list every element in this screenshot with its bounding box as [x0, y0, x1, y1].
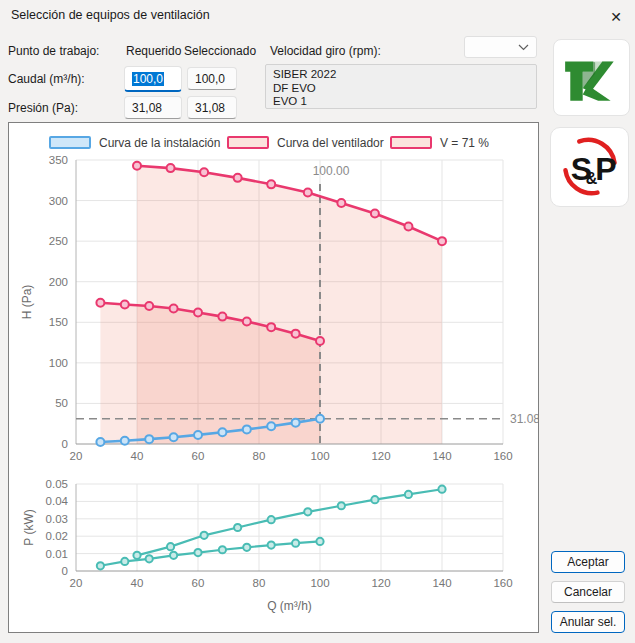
selected-equipment-info: SIBER 2022 DF EVO EVO 1: [265, 64, 537, 109]
svg-text:100: 100: [310, 577, 329, 589]
clear-selection-button[interactable]: Anular sel.: [551, 611, 625, 633]
close-icon: ✕: [610, 9, 622, 25]
svg-text:0.01: 0.01: [46, 548, 68, 560]
rpm-select[interactable]: [464, 36, 537, 58]
svg-text:140: 140: [432, 577, 451, 589]
svg-text:250: 250: [49, 235, 68, 247]
svg-text:120: 120: [371, 577, 390, 589]
legend-fan-curve: Curva del ventilador: [227, 134, 384, 151]
equipment-line-model: EVO 1: [273, 95, 529, 109]
svg-text:100: 100: [310, 450, 329, 462]
svg-text:40: 40: [131, 450, 144, 462]
tk-logo: [553, 39, 630, 116]
fan-curve-swatch: [227, 136, 269, 149]
pressure-required-input[interactable]: 31,08: [124, 96, 182, 119]
svg-text:160: 160: [493, 577, 512, 589]
svg-text:20: 20: [70, 577, 83, 589]
pressure-label: Presión (Pa):: [8, 101, 78, 115]
pressure-required-value: 31,08: [132, 101, 162, 115]
svg-text:20: 20: [70, 450, 83, 462]
power-curve-chart: 2040608010012014016000.010.020.030.040.0…: [9, 473, 538, 633]
svg-text:0.05: 0.05: [46, 478, 68, 490]
svg-text:Q (m³/h): Q (m³/h): [267, 599, 312, 613]
svg-text:100.00: 100.00: [313, 164, 350, 178]
selected-column-label: Seleccionado: [184, 44, 256, 58]
close-button[interactable]: ✕: [603, 5, 629, 29]
tk-logo-icon: [561, 47, 623, 109]
equipment-line-series: DF EVO: [273, 82, 529, 96]
legend-speed-percent: V = 71 %: [390, 134, 489, 151]
chevron-down-icon: [518, 44, 529, 51]
svg-text:300: 300: [49, 195, 68, 207]
svg-text:50: 50: [55, 397, 68, 409]
svg-text:100: 100: [49, 357, 68, 369]
fan-curve-chart: 2040608010012014016005010015020025030035…: [9, 151, 538, 473]
speed-percent-swatch: [390, 136, 432, 149]
svg-text:150: 150: [49, 316, 68, 328]
flow-selected-value: 100,0: [195, 72, 225, 86]
flow-label: Caudal (m³/h):: [8, 72, 85, 86]
svg-text:P (kW): P (kW): [22, 509, 36, 545]
svg-text:P: P: [595, 151, 616, 187]
svg-text:80: 80: [253, 577, 266, 589]
equipment-line-brand: SIBER 2022: [273, 68, 529, 82]
svg-text:140: 140: [432, 450, 451, 462]
svg-text:120: 120: [371, 450, 390, 462]
chart-panel: Curva de la instalación Curva del ventil…: [8, 122, 539, 633]
required-column-label: Requerido: [126, 44, 181, 58]
window-title: Selección de equipos de ventilación: [11, 8, 210, 22]
svg-text:31.08: 31.08: [510, 412, 538, 426]
svg-text:60: 60: [192, 450, 205, 462]
installation-curve-swatch: [49, 136, 91, 149]
svg-text:0.04: 0.04: [46, 495, 69, 507]
pressure-selected-input[interactable]: 31,08: [187, 96, 237, 119]
svg-text:0: 0: [62, 565, 68, 577]
svg-text:80: 80: [253, 450, 266, 462]
rpm-label: Velocidad giro (rpm):: [270, 44, 381, 58]
svg-text:60: 60: [192, 577, 205, 589]
svg-text:0.02: 0.02: [46, 530, 68, 542]
working-point-label: Punto de trabajo:: [8, 44, 99, 58]
flow-selected-input[interactable]: 100,0: [187, 67, 237, 90]
svg-text:160: 160: [493, 450, 512, 462]
svg-text:200: 200: [49, 276, 68, 288]
flow-required-value: 100,0: [132, 72, 164, 86]
flow-required-input[interactable]: 100,0: [124, 66, 182, 92]
accept-button[interactable]: Aceptar: [551, 551, 625, 573]
legend-installation-curve: Curva de la instalación: [49, 134, 220, 151]
sp-logo-icon: S & P: [558, 135, 622, 199]
sp-logo: S & P: [550, 127, 629, 207]
pressure-selected-value: 31,08: [195, 101, 225, 115]
svg-text:40: 40: [131, 577, 144, 589]
svg-text:0.03: 0.03: [46, 513, 68, 525]
svg-text:0: 0: [62, 438, 68, 450]
svg-text:H (Pa): H (Pa): [20, 285, 34, 320]
cancel-button[interactable]: Cancelar: [551, 581, 625, 603]
svg-text:350: 350: [49, 154, 68, 166]
